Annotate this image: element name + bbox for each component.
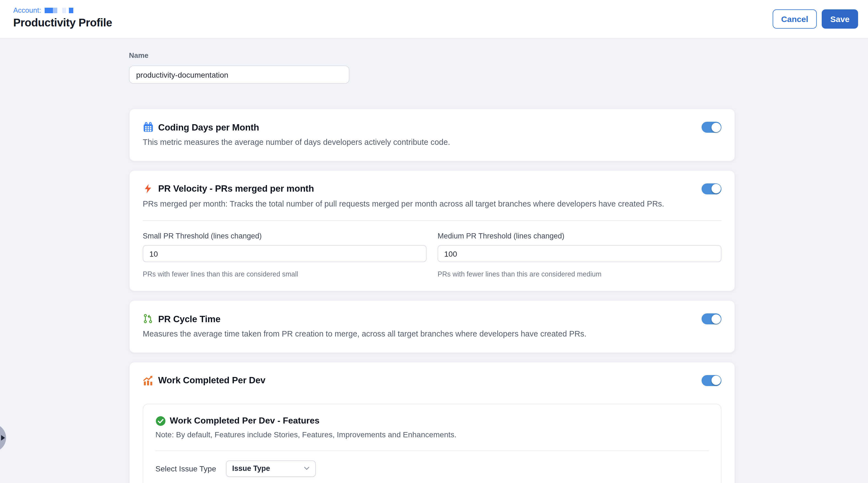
subcard-title: Work Completed Per Dev - Features — [170, 416, 320, 426]
card-title: Coding Days per Month — [158, 122, 259, 132]
card-pr-cycle-time: PR Cycle Time Measures the average time … — [129, 300, 735, 353]
issue-type-select[interactable]: Issue Type — [226, 460, 316, 477]
check-circle-icon — [155, 416, 166, 426]
subcard-work-completed-features: Work Completed Per Dev - Features Note: … — [143, 404, 721, 483]
small-pr-threshold-help: PRs with fewer lines than this are consi… — [143, 270, 427, 278]
card-work-completed: Work Completed Per Dev Work Completed Pe… — [129, 361, 735, 483]
calendar-icon — [143, 122, 154, 133]
medium-pr-threshold-input[interactable] — [438, 245, 721, 262]
main-content: Name — [0, 38, 868, 483]
breadcrumb: Account: — [13, 6, 868, 14]
save-button[interactable]: Save — [822, 9, 858, 29]
card-description: Measures the average time taken from PR … — [143, 329, 721, 340]
medium-pr-threshold-group: Medium PR Threshold (lines changed) PRs … — [438, 232, 721, 278]
select-issue-type-label: Select Issue Type — [155, 464, 216, 473]
pr-velocity-toggle[interactable] — [702, 183, 721, 194]
small-pr-threshold-label: Small PR Threshold (lines changed) — [143, 232, 427, 240]
header-actions: Cancel Save — [773, 9, 858, 29]
page-title: Productivity Profile — [13, 17, 868, 29]
card-title: Work Completed Per Dev — [158, 375, 266, 386]
lightning-icon — [143, 183, 154, 194]
subcard-note: Note: By default, Features include Stori… — [155, 430, 709, 439]
account-name-redacted — [44, 7, 73, 13]
expand-arrow-icon — [1, 435, 5, 441]
productivity-profile-page: Account: Productivity Profile Cancel Sav… — [0, 0, 868, 483]
card-title: PR Velocity - PRs merged per month — [158, 183, 314, 194]
work-completed-toggle[interactable] — [702, 375, 721, 386]
medium-pr-threshold-help: PRs with fewer lines than this are consi… — [438, 270, 721, 278]
name-label: Name — [129, 51, 735, 60]
card-coding-days: Coding Days per Month This metric measur… — [129, 108, 735, 161]
medium-pr-threshold-label: Medium PR Threshold (lines changed) — [438, 232, 721, 240]
coding-days-toggle[interactable] — [702, 122, 721, 133]
issue-type-select-value: Issue Type — [232, 464, 270, 473]
small-pr-threshold-input[interactable] — [143, 245, 427, 262]
git-pull-request-icon — [143, 313, 154, 324]
pr-cycle-time-toggle[interactable] — [702, 313, 721, 324]
card-description: This metric measures the average number … — [143, 137, 721, 148]
chevron-down-icon — [304, 466, 310, 470]
card-description: PRs merged per month: Tracks the total n… — [143, 198, 721, 209]
cancel-button[interactable]: Cancel — [773, 9, 817, 29]
name-input[interactable] — [129, 66, 349, 84]
card-title: PR Cycle Time — [158, 314, 220, 324]
account-link[interactable]: Account: — [13, 6, 41, 14]
name-field-group: Name — [129, 51, 735, 84]
card-pr-velocity: PR Velocity - PRs merged per month PRs m… — [129, 170, 735, 291]
divider — [155, 450, 709, 451]
chart-increasing-icon — [143, 375, 154, 386]
header: Account: Productivity Profile Cancel Sav… — [0, 0, 868, 38]
divider — [143, 220, 721, 221]
small-pr-threshold-group: Small PR Threshold (lines changed) PRs w… — [143, 232, 427, 278]
